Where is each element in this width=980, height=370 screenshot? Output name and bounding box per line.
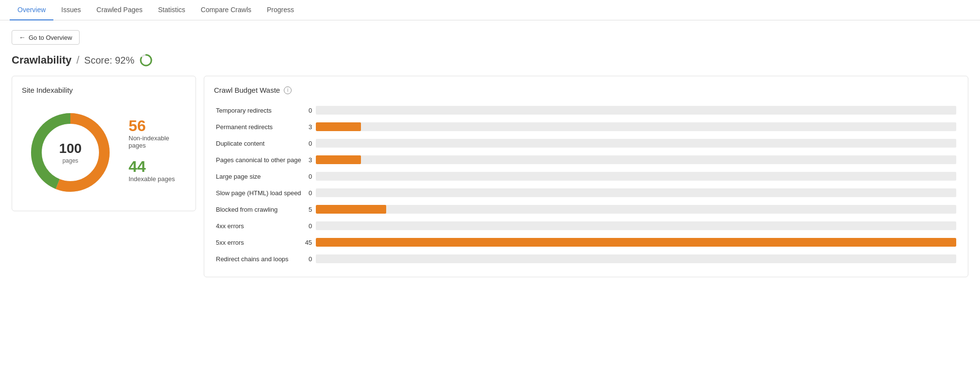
budget-row-value: 3 [303,151,314,168]
budget-bar-track [316,122,956,131]
crawl-budget-title: Crawl Budget Waste i [214,86,958,94]
main-content: ← Go to Overview Crawlability / Score: 9… [0,20,980,287]
donut-total-number: 100 [59,141,82,156]
budget-bar-cell [314,234,958,251]
budget-row-label: Pages canonical to other page [214,151,303,168]
budget-row-label: Redirect chains and loops [214,251,303,267]
site-indexability-card: Site Indexability [12,76,196,211]
title-slash: / [76,54,79,67]
budget-row: Duplicate content0 [214,135,958,151]
indexable-label: Indexable pages [129,175,181,183]
budget-bar-fill [316,155,360,164]
budget-row-label: Duplicate content [214,135,303,151]
budget-bar-cell [314,151,958,168]
budget-row-value: 0 [303,218,314,234]
title-score: Score: 92% [84,55,134,66]
budget-bar-track [316,188,956,197]
budget-bar-cell [314,168,958,185]
budget-bar-cell [314,135,958,151]
budget-row: Permanent redirects3 [214,118,958,135]
crawl-budget-title-text: Crawl Budget Waste [214,86,280,94]
tab-progress[interactable]: Progress [259,0,302,20]
back-arrow-icon: ← [19,34,26,41]
budget-bar-track [316,221,956,230]
nav-tabs: Overview Issues Crawled Pages Statistics… [0,0,980,20]
budget-bar-fill [316,238,956,247]
budget-row-value: 5 [303,201,314,218]
budget-table: Temporary redirects0Permanent redirects3… [214,102,958,267]
non-indexable-label: Non-indexable pages [129,135,181,149]
budget-bar-cell [314,118,958,135]
budget-bar-track [316,155,956,164]
non-indexable-stat: 56 Non-indexable pages [129,118,181,154]
indexability-stats: 56 Non-indexable pages 44 Indexable page… [129,118,181,187]
budget-bar-cell [314,251,958,267]
budget-row-value: 0 [303,185,314,201]
score-circle-icon [139,53,153,67]
donut-chart: 100 pages [27,109,114,196]
cards-container: Site Indexability [12,76,968,277]
budget-row: Redirect chains and loops0 [214,251,958,267]
tab-overview[interactable]: Overview [10,0,53,20]
budget-row-label: Temporary redirects [214,102,303,118]
non-indexable-count: 56 [129,118,181,134]
tab-issues[interactable]: Issues [53,0,88,20]
budget-bar-track [316,106,956,115]
donut-center: 100 pages [59,141,82,164]
budget-row: 5xx errors45 [214,234,958,251]
budget-bar-fill [316,122,360,131]
budget-row: Temporary redirects0 [214,102,958,118]
budget-row-label: 5xx errors [214,234,303,251]
budget-row: 4xx errors0 [214,218,958,234]
back-button-label: Go to Overview [29,34,72,41]
back-to-overview-button[interactable]: ← Go to Overview [12,30,80,45]
budget-bar-track [316,254,956,263]
budget-row-value: 0 [303,251,314,267]
page-title: Crawlability / Score: 92% [12,53,968,67]
budget-bar-track [316,139,956,148]
tab-statistics[interactable]: Statistics [150,0,193,20]
budget-row-label: Permanent redirects [214,118,303,135]
site-indexability-title: Site Indexability [22,86,186,94]
budget-bar-cell [314,102,958,118]
budget-row-label: 4xx errors [214,218,303,234]
budget-bar-track [316,205,956,214]
indexable-stat: 44 Indexable pages [129,159,181,187]
budget-bar-track [316,172,956,181]
budget-row-value: 45 [303,234,314,251]
budget-row: Blocked from crawling5 [214,201,958,218]
budget-bar-cell [314,185,958,201]
indexable-count: 44 [129,159,181,174]
crawl-budget-card: Crawl Budget Waste i Temporary redirects… [204,76,968,277]
budget-row: Slow page (HTML) load speed0 [214,185,958,201]
budget-row-label: Slow page (HTML) load speed [214,185,303,201]
tab-crawled-pages[interactable]: Crawled Pages [89,0,150,20]
indexability-body: 100 pages 56 Non-indexable pages 44 Inde… [22,104,186,201]
budget-row-value: 0 [303,135,314,151]
page-title-main: Crawlability [12,54,71,67]
tab-compare-crawls[interactable]: Compare Crawls [193,0,259,20]
budget-bar-cell [314,201,958,218]
donut-pages-label: pages [63,157,79,164]
info-icon[interactable]: i [284,86,292,94]
budget-row-value: 0 [303,102,314,118]
budget-bar-cell [314,218,958,234]
budget-row-label: Large page size [214,168,303,185]
budget-row-label: Blocked from crawling [214,201,303,218]
budget-row: Large page size0 [214,168,958,185]
budget-bar-fill [316,205,386,214]
budget-bar-track [316,238,956,247]
budget-row: Pages canonical to other page3 [214,151,958,168]
budget-row-value: 3 [303,118,314,135]
budget-row-value: 0 [303,168,314,185]
